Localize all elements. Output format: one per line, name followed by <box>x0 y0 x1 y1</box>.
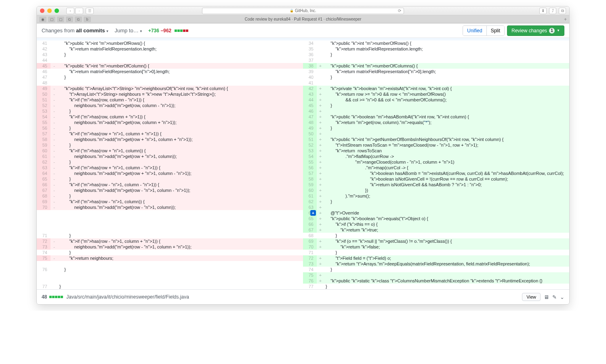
diff-line[interactable]: 40 } <box>303 74 569 80</box>
diff-line[interactable]: 63- "k">if ("m">has(row + "n">1, column … <box>37 165 303 170</box>
line-number[interactable]: 70 <box>303 244 317 250</box>
diff-line[interactable]: 60- "k">if ("m">has(row + "n">1, column)… <box>37 148 303 154</box>
share-icon[interactable]: ⤴ <box>549 8 556 14</box>
diff-line[interactable]: 56- } <box>37 125 303 131</box>
diff-line[interactable]: 48+ "k">return "m">get(row, column)."m">… <box>303 120 569 125</box>
diff-line[interactable]: 49+ } <box>303 125 569 131</box>
line-number[interactable] <box>37 210 50 216</box>
line-number[interactable]: 63 <box>303 204 317 210</box>
line-number[interactable]: 61 <box>37 154 50 159</box>
tab-title[interactable]: Code review by eureka84 · Pull Request #… <box>245 17 362 21</box>
line-number[interactable]: 52 <box>303 142 317 148</box>
diff-line[interactable]: 53- } <box>37 108 303 114</box>
diff-line[interactable] <box>37 210 303 216</box>
line-number[interactable]: 55 <box>303 159 317 165</box>
diff-line[interactable]: 42 "k">return matrixFieldRepresentation.… <box>37 46 303 52</box>
line-number[interactable] <box>37 272 50 278</box>
line-number[interactable]: 50 <box>303 131 317 137</box>
line-number[interactable]: 73 <box>303 261 317 267</box>
diff-line[interactable]: 47 } <box>37 74 303 80</box>
diff-line[interactable]: 72- "k">if ("m">has(row - "n">1, column … <box>37 238 303 244</box>
diff-line[interactable]: 51- "k">if ("m">has(row, column - "n">1)… <box>37 97 303 103</box>
diff-line[interactable]: 69- "k">if ("m">has(row - "n">1, column)… <box>37 199 303 204</box>
diff-line[interactable]: 66- "k">if ("m">has(row - "n">1, column … <box>37 182 303 187</box>
line-number[interactable]: 74 <box>37 250 50 255</box>
file-path[interactable]: Java/src/main/java/it/chicio/minesweeper… <box>66 294 189 300</box>
line-number[interactable] <box>37 261 50 267</box>
line-number[interactable]: 57 <box>303 170 317 176</box>
diff-line[interactable]: 77 } <box>303 284 569 289</box>
diff-line[interactable]: 74 } <box>303 267 569 272</box>
line-number[interactable]: 60 <box>303 187 317 193</box>
diff-line[interactable]: 57- "k">if ("m">has(row + "n">1, column … <box>37 131 303 137</box>
line-number[interactable]: 39 <box>303 69 317 74</box>
device-icon[interactable]: 🖥 <box>544 294 549 300</box>
diff-line[interactable]: 75- "k">return neighbours; <box>37 255 303 261</box>
diff-line[interactable] <box>37 221 303 227</box>
diff-line[interactable]: 48 <box>37 80 303 86</box>
diff-line[interactable]: 47+ "k">public "k">boolean "m">hasABombA… <box>303 114 569 120</box>
diff-line[interactable]: 77 } <box>37 284 303 289</box>
line-number[interactable]: 75 <box>303 272 317 278</box>
diff-line[interactable]: 49- "k">public "t">ArrayList<"t">String>… <box>37 86 303 91</box>
diff-line[interactable]: 59+ "k">return isNotGivenCell && hasABom… <box>303 182 569 187</box>
line-number[interactable]: 67 <box>37 187 50 193</box>
edit-icon[interactable]: ✎ <box>552 294 557 300</box>
line-number[interactable]: 38 <box>303 63 317 69</box>
line-number[interactable]: 69 <box>37 199 50 204</box>
line-number[interactable]: 58 <box>303 176 317 182</box>
diff-line[interactable]: 70- neighbours."m">add("m">get(row - "n"… <box>37 204 303 210</box>
diff-line[interactable]: 43+ "k">return row >= "n">0 && row < "m"… <box>303 91 569 97</box>
diff-line[interactable]: 42+ "k">private "k">boolean "m">existsAt… <box>303 86 569 91</box>
line-number[interactable]: 37 <box>303 57 317 63</box>
diff-line[interactable]: 61- neighbours."m">add("m">get(row + "n"… <box>37 154 303 159</box>
diff-line[interactable]: 58+ "k">boolean isNotGivenCell = !(currR… <box>303 176 569 182</box>
fav-icon[interactable]: ▢ <box>48 17 55 22</box>
line-number[interactable]: 59 <box>37 142 50 148</box>
line-number[interactable]: 52 <box>37 103 50 108</box>
diff-line[interactable]: 67- neighbours."m">add("m">get(row - "n"… <box>37 187 303 193</box>
diff-line[interactable] <box>37 272 303 278</box>
fav-bing-icon[interactable]: b <box>84 17 91 22</box>
diff-line[interactable]: 66+ "k">if ("k">this == o) { <box>303 221 569 227</box>
line-number[interactable]: 62 <box>37 159 50 165</box>
line-number[interactable] <box>37 278 50 284</box>
diff-line[interactable]: 43 } <box>37 52 303 57</box>
diff-line[interactable]: 69+ "k">if (o == "k">null || "m">getClas… <box>303 238 569 244</box>
diff-line[interactable]: 50+ <box>303 131 569 137</box>
diff-line[interactable]: 38+ "k">public "k">int "m">numberOfColum… <box>303 63 569 69</box>
diff-line[interactable]: 51+ "k">public "k">int "m">getNumberOfBo… <box>303 137 569 142</box>
line-number[interactable]: 51 <box>303 137 317 142</box>
line-number[interactable]: 74 <box>303 267 317 272</box>
diff-line[interactable]: 56+ ."m">map(currCol -> { <box>303 165 569 170</box>
diff-line[interactable]: 36 } <box>303 52 569 57</box>
fav-google-icon[interactable]: G <box>75 17 82 22</box>
diff-line[interactable]: 58- neighbours."m">add("m">get(row + "n"… <box>37 137 303 142</box>
changes-from-dropdown[interactable]: Changes from all commits▼ <box>42 27 109 34</box>
diff-line[interactable]: 62- } <box>37 159 303 165</box>
line-number[interactable] <box>37 227 50 233</box>
line-number[interactable]: 61 <box>303 193 317 199</box>
diff-line[interactable]: 45+ } <box>303 103 569 108</box>
diff-line[interactable]: 53+ "k">return rowsToScan <box>303 148 569 154</box>
line-number[interactable]: 76 <box>303 278 317 284</box>
line-number[interactable]: 48 <box>37 80 50 86</box>
diff-line[interactable]: 54- "k">if ("m">has(row, column + "n">1)… <box>37 114 303 120</box>
line-number[interactable]: 64 <box>37 170 50 176</box>
diff-line[interactable]: 55- neighbours."m">add("m">get(row, colu… <box>37 120 303 125</box>
fav-github-icon[interactable]: ◉ <box>39 17 46 22</box>
diff-line[interactable]: 67+ "k">return "k">true; <box>303 227 569 233</box>
line-number[interactable]: 56 <box>303 165 317 170</box>
line-number[interactable] <box>37 216 50 221</box>
diff-line[interactable]: 65- } <box>37 176 303 182</box>
diff-line[interactable]: 46 "k">return matrixFieldRepresentation[… <box>37 69 303 74</box>
expand-icon[interactable]: ⌄ <box>560 294 564 300</box>
diff-line[interactable]: 68 } <box>303 233 569 238</box>
diff-line[interactable]: 63+ <box>303 204 569 210</box>
diff-line[interactable]: 76+ "k">public "k">static "k">class "t">… <box>303 278 569 284</box>
line-number[interactable]: 54 <box>303 154 317 159</box>
review-changes-button[interactable]: Review changes 1 ▼ <box>507 25 564 36</box>
diff-line[interactable]: 55+ "m">rangeClosed(column - "n">1, colu… <box>303 159 569 165</box>
diff-line[interactable]: 37 <box>303 57 569 63</box>
diff-line[interactable]: 65+ "k">public "k">boolean "m">equals("t… <box>303 216 569 221</box>
